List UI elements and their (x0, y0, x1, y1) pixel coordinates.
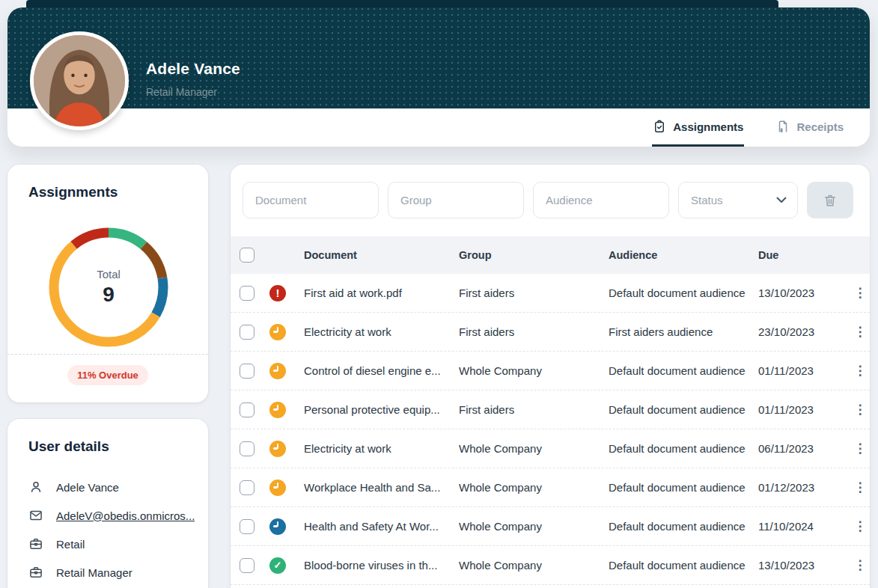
cell-document: Personal protective equip... (304, 403, 459, 416)
background-header-strip (26, 0, 778, 7)
row-checkbox[interactable] (240, 480, 254, 495)
row-actions-kebab-icon[interactable] (850, 361, 870, 382)
assignments-table-card: Status Document Group Audience Due First… (231, 165, 870, 588)
pending-status-icon (269, 363, 286, 379)
row-actions-kebab-icon[interactable] (850, 438, 870, 459)
user-detail-department: Retail (28, 530, 196, 558)
column-header-document: Document (304, 249, 459, 261)
cell-document: Control of diesel engine e... (304, 364, 459, 377)
table-row: Personal protective equip... First aider… (231, 391, 870, 429)
cell-group: First aiders (459, 325, 609, 338)
delete-selected-button[interactable] (807, 182, 853, 218)
pending-status-icon (269, 480, 286, 496)
overdue-status-icon (269, 285, 286, 301)
envelope-icon (28, 508, 43, 523)
donut-chart: Total 9 (45, 224, 172, 351)
trash-icon (823, 193, 838, 208)
user-email-link[interactable]: AdeleV@obedis.onmicros... (56, 509, 195, 522)
tab-receipts[interactable]: Receipts (775, 108, 844, 147)
tab-assignments[interactable]: Assignments (652, 108, 744, 147)
clipboard-check-icon (653, 120, 666, 133)
avatar-portrait-illustration (34, 35, 125, 126)
row-checkbox[interactable] (240, 519, 254, 534)
row-checkbox[interactable] (240, 441, 254, 456)
column-header-audience: Audience (609, 249, 758, 261)
cell-group: Whole Company (459, 442, 609, 455)
row-actions-kebab-icon[interactable] (850, 555, 870, 576)
cell-due: 13/10/2023 (758, 559, 844, 572)
assignments-table-body: First aid at work.pdf First aiders Defau… (231, 274, 870, 585)
row-actions-kebab-icon[interactable] (850, 516, 870, 537)
table-row: Control of diesel engine e... Whole Comp… (231, 352, 870, 391)
table-header-row: Document Group Audience Due (231, 236, 870, 274)
cell-audience: First aiders audience (609, 325, 758, 338)
row-checkbox[interactable] (240, 325, 254, 340)
table-row: First aid at work.pdf First aiders Defau… (231, 274, 870, 313)
cell-document: Electricity at work (304, 325, 459, 338)
column-header-group: Group (459, 249, 609, 261)
cell-document: First aid at work.pdf (304, 287, 459, 299)
row-actions-kebab-icon[interactable] (850, 477, 870, 498)
person-icon (28, 480, 43, 494)
document-filter-input[interactable] (243, 182, 379, 218)
cell-group: First aiders (459, 403, 609, 416)
row-checkbox[interactable] (240, 364, 254, 379)
cell-group: Whole Company (459, 364, 609, 377)
user-department-value: Retail (56, 538, 85, 551)
cell-due: 01/12/2023 (758, 481, 844, 494)
cell-due: 13/10/2023 (758, 287, 844, 299)
row-actions-kebab-icon[interactable] (850, 283, 870, 304)
cell-due: 01/11/2023 (758, 364, 844, 377)
group-filter-input[interactable] (388, 182, 524, 218)
column-header-due: Due (758, 249, 844, 261)
tab-receipts-label: Receipts (796, 120, 844, 133)
row-actions-kebab-icon[interactable] (850, 399, 870, 420)
select-all-checkbox[interactable] (240, 248, 254, 263)
cell-audience: Default document audience (609, 403, 758, 416)
receipt-document-icon (776, 120, 790, 133)
cell-due: 23/10/2023 (758, 325, 844, 338)
table-row: Workplace Health and Sa... Whole Company… (231, 468, 870, 507)
donut-center: Total 9 (45, 224, 172, 351)
card-divider (7, 354, 208, 355)
completed-status-icon (269, 557, 286, 574)
cell-document: Health and Safety At Wor... (304, 520, 459, 533)
overdue-badge: 11% Overdue (67, 365, 148, 385)
cell-group: Whole Company (459, 559, 609, 572)
user-details-list: Adele Vance AdeleV@obedis.onmicros... Re… (28, 473, 196, 587)
chevron-down-icon (776, 197, 787, 203)
row-checkbox[interactable] (240, 558, 254, 573)
row-checkbox[interactable] (240, 286, 254, 301)
table-row: Blood-borne viruses in th... Whole Compa… (231, 546, 870, 585)
briefcase-icon (28, 536, 43, 551)
profile-tabs: Assignments Receipts (652, 108, 870, 147)
cell-audience: Default document audience (609, 520, 758, 533)
user-detail-job-title: Retail Manager (28, 558, 196, 587)
cell-group: Whole Company (459, 481, 609, 494)
user-details-card: User details Adele Vance AdeleV@obedis.o… (7, 419, 208, 588)
pending-status-icon (269, 441, 286, 457)
profile-name: Adele Vance (146, 60, 240, 78)
table-row: Electricity at work Whole Company Defaul… (231, 429, 870, 468)
cell-due: 01/11/2023 (758, 403, 844, 416)
donut-total-label: Total (97, 268, 121, 281)
user-name-value: Adele Vance (56, 481, 119, 494)
cell-audience: Default document audience (609, 364, 758, 377)
row-actions-kebab-icon[interactable] (850, 322, 870, 343)
row-checkbox[interactable] (240, 402, 254, 417)
status-select-placeholder: Status (691, 194, 723, 206)
avatar (30, 31, 129, 130)
status-filter-select[interactable]: Status (678, 182, 798, 218)
profile-card: Adele Vance Retail Manager Assignments R… (7, 7, 870, 147)
audience-filter-input[interactable] (533, 182, 669, 218)
user-detail-name: Adele Vance (28, 473, 196, 501)
tab-assignments-label: Assignments (673, 120, 743, 133)
scheduled-status-icon (269, 518, 286, 535)
donut-total-value: 9 (103, 283, 115, 307)
cell-due: 06/11/2023 (758, 442, 844, 455)
cell-document: Blood-borne viruses in th... (304, 559, 459, 572)
table-row: Electricity at work First aiders First a… (231, 313, 870, 352)
pending-status-icon (269, 324, 286, 340)
cell-group: Whole Company (459, 520, 609, 533)
cell-document: Workplace Health and Sa... (304, 481, 459, 494)
